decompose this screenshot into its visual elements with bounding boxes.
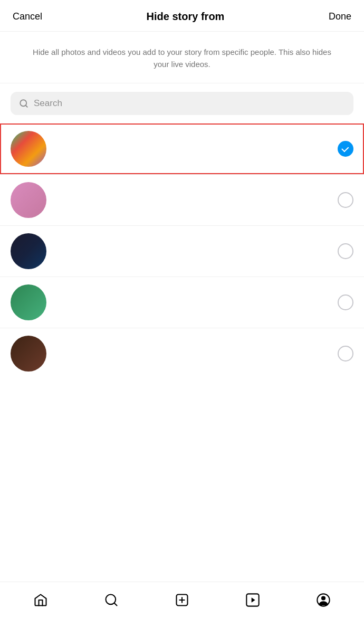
nav-reels-button[interactable] <box>240 587 266 613</box>
svg-line-1 <box>25 105 27 107</box>
home-icon <box>33 593 48 607</box>
select-checkbox[interactable] <box>338 192 353 208</box>
profile-icon <box>316 593 331 607</box>
avatar <box>11 182 46 218</box>
contact-item[interactable] <box>0 277 364 328</box>
nav-create-button[interactable] <box>169 587 195 613</box>
avatar <box>11 284 46 320</box>
search-placeholder-text: Search <box>34 98 62 109</box>
select-checkbox[interactable] <box>338 294 353 310</box>
avatar <box>11 233 46 269</box>
select-checkbox[interactable] <box>338 141 353 157</box>
bottom-nav <box>0 582 364 628</box>
select-checkbox[interactable] <box>338 243 353 259</box>
description-text: Hide all photos and videos you add to yo… <box>0 32 364 83</box>
contact-item[interactable] <box>0 225 364 277</box>
contact-item[interactable] <box>0 328 364 379</box>
avatar <box>11 131 46 167</box>
nav-home-button[interactable] <box>27 587 54 613</box>
avatar <box>11 336 46 372</box>
svg-line-3 <box>114 603 117 605</box>
svg-point-10 <box>321 596 325 600</box>
avatar-image <box>11 284 46 320</box>
select-checkbox[interactable] <box>338 346 353 361</box>
contact-item[interactable] <box>0 174 364 225</box>
avatar-image <box>11 336 46 372</box>
contact-list <box>0 123 364 379</box>
search-nav-icon <box>104 593 119 607</box>
avatar-image <box>11 182 46 218</box>
nav-profile-button[interactable] <box>310 587 337 613</box>
nav-search-button[interactable] <box>98 587 124 613</box>
search-container: Search <box>0 83 364 123</box>
done-button[interactable]: Done <box>329 11 351 22</box>
avatar-image <box>11 131 46 167</box>
search-icon <box>19 99 28 108</box>
search-bar[interactable]: Search <box>11 92 353 115</box>
reels-icon <box>245 593 260 607</box>
cancel-button[interactable]: Cancel <box>13 11 42 22</box>
create-icon <box>175 593 189 607</box>
header: Cancel Hide story from Done <box>0 0 364 32</box>
avatar-image <box>11 233 46 269</box>
svg-marker-8 <box>252 597 255 602</box>
contact-item[interactable] <box>0 123 364 174</box>
page-title: Hide story from <box>147 11 225 23</box>
